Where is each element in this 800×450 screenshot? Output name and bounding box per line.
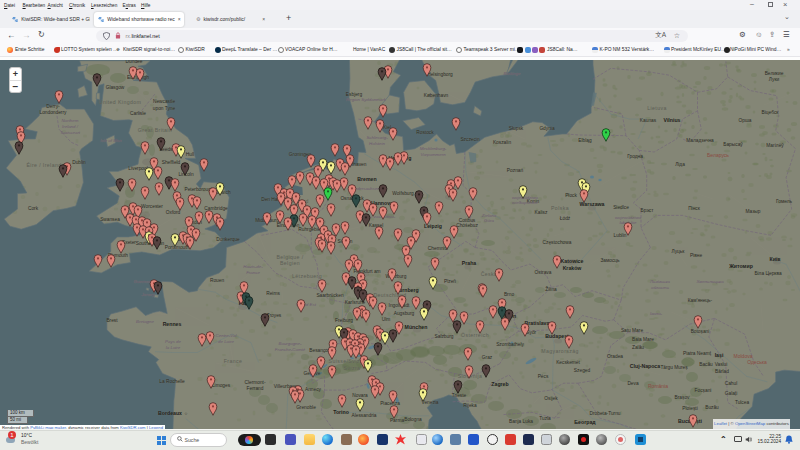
svg-text:Iвано-: Iвано- [650, 311, 663, 316]
svg-text:Lietuva: Lietuva [647, 105, 667, 111]
svg-text:○: ○ [185, 411, 188, 416]
svg-text:Žilina: Žilina [545, 285, 557, 292]
svg-text:Хмельницька: Хмельницька [695, 279, 724, 284]
svg-text:Siedlce: Siedlce [613, 205, 629, 210]
svg-text:Limoges: Limoges [212, 383, 231, 388]
svg-text:Wolfsburg: Wolfsburg [392, 191, 414, 196]
svg-text:Baia Mare: Baia Mare [632, 337, 654, 342]
svg-text:Львівська: Львівська [649, 279, 670, 284]
svg-text:Alessandria: Alessandria [351, 413, 376, 418]
svg-text:România: România [648, 383, 668, 389]
svg-text:Iași: Iași [715, 352, 724, 359]
svg-text:Katowice: Katowice [561, 258, 584, 264]
svg-text:Torino: Torino [333, 409, 349, 415]
svg-text:Mecklenburg-: Mecklenburg- [420, 146, 447, 151]
svg-text:Sheffield: Sheffield [162, 160, 181, 165]
svg-text:Vorpommern: Vorpommern [420, 152, 446, 157]
svg-text:Chóśebuz: Chóśebuz [456, 223, 478, 228]
svg-text:Bârlad: Bârlad [715, 369, 729, 374]
svg-text:Słupsk: Słupsk [509, 126, 524, 131]
svg-text:Brașov: Brașov [675, 395, 691, 400]
svg-text:Łódź: Łódź [560, 216, 571, 221]
svg-text:Franche-Comté: Franche-Comté [275, 347, 306, 352]
svg-text:Focșani: Focșani [695, 388, 712, 393]
svg-text:Piacenza: Piacenza [380, 401, 400, 406]
svg-text:Rennes: Rennes [163, 321, 182, 327]
svg-text:Holstein: Holstein [369, 141, 385, 146]
svg-text:Besançon: Besançon [309, 348, 331, 353]
svg-text:Lublin: Lublin [614, 233, 627, 238]
svg-text:Salzburg: Salzburg [435, 334, 454, 339]
svg-text:Kecskemét: Kecskemét [556, 360, 580, 365]
svg-text:Tuzla: Tuzla [539, 416, 551, 421]
svg-text:Pays de: Pays de [165, 339, 181, 344]
svg-text:Region Syddanmark: Region Syddanmark [346, 97, 387, 102]
svg-text:Орша: Орша [739, 118, 752, 123]
svg-text:Londonderry: Londonderry [40, 110, 68, 115]
svg-text:Rostock: Rostock [416, 130, 434, 135]
svg-text:Esbjerg: Esbjerg [346, 92, 363, 97]
svg-text:Jersey: Jersey [141, 292, 156, 297]
svg-text:Belgien: Belgien [280, 260, 300, 266]
svg-text:United Kingdom: United Kingdom [99, 99, 142, 105]
svg-text:Novara: Novara [352, 393, 368, 398]
svg-text:Reims: Reims [266, 291, 280, 296]
svg-text:Ferrand: Ferrand [247, 386, 264, 391]
svg-text:Кам'янець-: Кам'янець- [688, 298, 713, 303]
svg-text:Oradea: Oradea [607, 354, 623, 359]
svg-text:Мазыр: Мазыр [746, 209, 761, 214]
svg-text:Oxford: Oxford [166, 210, 181, 215]
svg-text:Магілёў: Магілёў [766, 142, 784, 148]
svg-text:Cluj-Napoca: Cluj-Napoca [630, 363, 660, 369]
svg-text:Bourgogne-: Bourgogne- [279, 341, 302, 346]
svg-text:Tuaisceart: Tuaisceart [60, 130, 81, 135]
svg-text:Piatra Neamț: Piatra Neamț [683, 351, 712, 356]
svg-text:Одеська: Одеська [747, 359, 767, 365]
svg-text:Gdynia: Gdynia [539, 126, 555, 131]
svg-text:France: France [246, 270, 260, 275]
svg-text:Kraków: Kraków [563, 265, 583, 271]
svg-text:Bremen: Bremen [357, 176, 376, 182]
svg-text:Târgu Mureș: Târgu Mureș [660, 365, 688, 370]
svg-text:Луки: Луки [769, 77, 780, 82]
svg-text:Szeged: Szeged [574, 368, 591, 373]
svg-text:Deva: Deva [627, 381, 639, 386]
svg-text:Cork: Cork [28, 206, 39, 211]
svg-text:Graz: Graz [482, 355, 493, 360]
svg-text:Луцьк: Луцьк [672, 249, 686, 254]
svg-text:Galați: Galați [725, 391, 738, 396]
svg-text:Lëtzebuerg: Lëtzebuerg [292, 273, 322, 279]
svg-text:Liverpool: Liverpool [128, 166, 147, 171]
svg-text:Cambridge: Cambridge [204, 206, 228, 211]
svg-text:Góra: Góra [484, 218, 494, 223]
svg-text:Ulm: Ulm [382, 317, 391, 322]
svg-text:München: München [405, 324, 428, 330]
svg-text:Freiburg: Freiburg [335, 318, 353, 323]
svg-text:Augsburg: Augsburg [394, 311, 415, 316]
svg-text:Kalisz: Kalisz [535, 210, 548, 215]
svg-text:Bacău: Bacău [699, 362, 713, 367]
svg-text:Venezia: Venezia [421, 400, 438, 405]
svg-text:Ireland /: Ireland / [62, 124, 79, 129]
svg-text:Гродна: Гродна [627, 154, 643, 159]
svg-text:Drobeta-Turnu: Drobeta-Turnu [589, 411, 620, 416]
svg-text:wielkopolskie: wielkopolskie [512, 200, 538, 205]
svg-text:Bologna: Bologna [404, 417, 422, 422]
svg-text:Bordeaux: Bordeaux [158, 410, 182, 416]
svg-text:Гомель: Гомель [776, 199, 793, 204]
svg-text:Rijeka: Rijeka [463, 403, 477, 408]
svg-text:Buzău: Buzău [705, 405, 719, 410]
svg-text:Helsingborg: Helsingborg [427, 72, 453, 77]
svg-text:France: France [224, 358, 243, 364]
svg-text:Brest: Brest [106, 318, 118, 323]
svg-text:Praha: Praha [462, 260, 477, 266]
svg-text:Magyarország: Magyarország [541, 348, 579, 354]
svg-text:Ліда: Ліда [675, 162, 685, 167]
svg-text:Київ: Київ [769, 256, 780, 262]
svg-text:Clermont-: Clermont- [244, 380, 265, 385]
svg-text:Tulcea: Tulcea [735, 400, 750, 405]
svg-text:Маладзечна: Маладзечна [686, 138, 714, 143]
svg-text:Брэст: Брэст [641, 208, 655, 213]
svg-text:Płock: Płock [565, 193, 577, 198]
svg-text:Великие: Великие [765, 71, 784, 76]
